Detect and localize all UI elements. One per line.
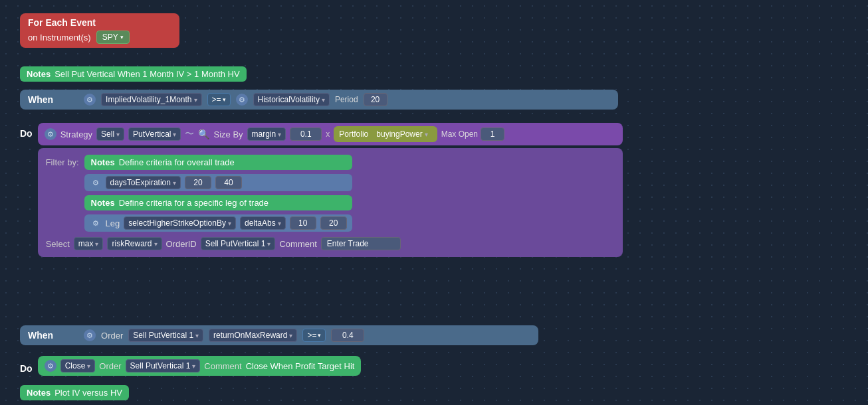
notes-label-1: Notes — [27, 69, 51, 79]
leg-selector-dropdown[interactable]: selectHigherStrikeOptionBy — [124, 216, 236, 230]
close-dropdown[interactable]: Close — [60, 359, 96, 372]
gear-icon-1[interactable]: ⚙ — [84, 94, 96, 106]
filter-by-row: Filter by: Notes Define criteria for ove… — [46, 155, 615, 232]
dte-block: ⚙ daysToExpiration 20 40 — [84, 174, 352, 191]
search-icon: 🔍 — [198, 129, 209, 139]
notes-text-bottom: Plot IV versus HV — [54, 388, 122, 398]
operator-dropdown-1[interactable]: >= — [207, 93, 231, 106]
portfolio-dropdown[interactable]: buyingPower — [372, 128, 431, 140]
select-metric-dropdown[interactable]: riskReward — [107, 237, 162, 250]
for-each-title: For Each Event — [28, 17, 171, 28]
leg-metric-dropdown[interactable]: deltaAbs — [240, 216, 286, 230]
indicator1-dropdown[interactable]: ImpliedVolatility_1Month — [101, 93, 201, 106]
gear-icon-2[interactable]: ⚙ — [236, 94, 248, 106]
leg-label: Leg — [106, 218, 120, 228]
notes-text-3: Define criteria for a specific leg of tr… — [119, 198, 269, 208]
notes-label-bottom: Notes — [27, 388, 51, 398]
gear-icon-when2[interactable]: ⚙ — [84, 329, 96, 341]
filter-outer-block: Filter by: Notes Define criteria for ove… — [38, 148, 623, 257]
gear-icon-close[interactable]: ⚙ — [45, 360, 56, 372]
comment-label-select: Comment — [279, 239, 316, 249]
for-each-event-block: For Each Event on Instrument(s) SPY — [20, 13, 179, 48]
do-block-1-outer: Do ⚙ Strategy Sell PutVertical 〜 🔍 Size … — [20, 123, 623, 257]
multiplier-input[interactable]: 0.1 — [290, 127, 322, 141]
strategy-block: ⚙ Strategy Sell PutVertical 〜 🔍 Size By … — [38, 123, 623, 145]
on-instrument-label: on Instrument(s) — [28, 33, 91, 42]
do2-order-dropdown[interactable]: Sell PutVertical 1 — [126, 359, 201, 372]
select-label: Select — [46, 239, 70, 249]
notes-block-2: Notes Define criteria for overall trade — [84, 155, 352, 170]
portfolio-block: Portfolio buyingPower — [334, 126, 437, 142]
strategy-label: Strategy — [60, 129, 92, 139]
when2-order-dropdown[interactable]: Sell PutVertical 1 — [128, 329, 203, 342]
notes-text-2: Define criteria for overall trade — [119, 157, 235, 167]
notes-text-1: Sell Put Vertical When 1 Month IV > 1 Mo… — [54, 69, 240, 79]
leg-min-input[interactable]: 10 — [290, 216, 316, 230]
max-open-input[interactable]: 1 — [481, 127, 504, 141]
gear-icon-leg[interactable]: ⚙ — [90, 217, 102, 229]
gear-icon-dte[interactable]: ⚙ — [90, 177, 102, 189]
period-input[interactable]: 20 — [364, 93, 387, 106]
select-method-dropdown[interactable]: max — [74, 237, 104, 250]
notes-block-1: Notes Sell Put Vertical When 1 Month IV … — [20, 66, 247, 82]
dte-min-input[interactable]: 20 — [185, 176, 211, 189]
when2-metric-dropdown[interactable]: returnOnMaxReward — [209, 329, 297, 342]
dte-indicator-dropdown[interactable]: daysToExpiration — [106, 176, 181, 189]
do-block-2-outer: Do ⚙ Close Order Sell PutVertical 1 Comm… — [20, 356, 361, 376]
order-label-do2: Order — [99, 361, 121, 371]
instrument-dropdown[interactable]: SPY — [96, 31, 130, 44]
order-label-when2: Order — [101, 331, 123, 341]
select-comment-input[interactable]: Enter Trade — [321, 237, 401, 250]
filter-content: Notes Define criteria for overall trade … — [84, 155, 352, 232]
strategy-type-dropdown[interactable]: PutVertical — [128, 127, 181, 141]
portfolio-label: Portfolio — [339, 129, 368, 139]
action-dropdown[interactable]: Sell — [96, 127, 124, 141]
filter-by-label: Filter by: — [46, 157, 79, 167]
when2-operator[interactable]: >= — [302, 329, 326, 342]
notes-label-3: Notes — [91, 198, 115, 208]
leg-max-input[interactable]: 20 — [320, 216, 347, 230]
when-block-2: When ⚙ Order Sell PutVertical 1 returnOn… — [20, 325, 538, 345]
max-open-block: Max Open 1 — [441, 127, 504, 141]
notes-block-bottom: Notes Plot IV versus HV — [20, 385, 129, 400]
when2-value[interactable]: 0.4 — [331, 329, 364, 342]
do2-comment: Close When Profit Target Hit — [246, 361, 355, 371]
size-by-dropdown[interactable]: margin — [247, 127, 286, 141]
when-block-1: When ⚙ ImpliedVolatility_1Month >= ⚙ His… — [20, 90, 618, 110]
indicator2-dropdown[interactable]: HistoricalVolatility — [253, 93, 330, 106]
wave-icon: 〜 — [185, 128, 194, 140]
period-label: Period — [335, 95, 358, 104]
do-label-1: Do — [20, 128, 33, 139]
do-label-2: Do — [20, 363, 33, 374]
size-by-label: Size By — [213, 129, 243, 139]
gear-icon-strategy[interactable]: ⚙ — [45, 128, 56, 140]
notes-block-3: Notes Define criteria for a specific leg… — [84, 195, 352, 210]
multiply-symbol: x — [326, 129, 330, 139]
order-id-label: OrderID — [166, 239, 197, 249]
when-label-1: When — [28, 94, 53, 105]
max-open-label: Max Open — [441, 129, 478, 139]
close-block: ⚙ Close Order Sell PutVertical 1 Comment… — [38, 356, 362, 376]
when-label-2: When — [28, 330, 53, 341]
comment-label-do2: Comment — [204, 361, 241, 371]
select-order-id-dropdown[interactable]: Sell PutVertical 1 — [201, 237, 276, 250]
leg-block: ⚙ Leg selectHigherStrikeOptionBy deltaAb… — [84, 214, 352, 232]
select-row: Select max riskReward OrderID Sell PutVe… — [46, 237, 615, 250]
dte-max-input[interactable]: 40 — [215, 176, 242, 189]
notes-label-2: Notes — [91, 157, 115, 167]
